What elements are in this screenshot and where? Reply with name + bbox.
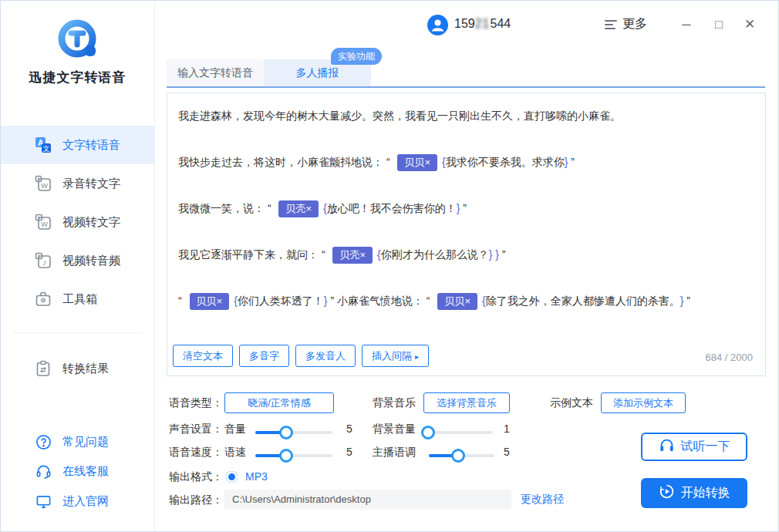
svg-text:♪: ♪: [42, 258, 47, 267]
toolbox-icon: [35, 291, 52, 308]
sidebar-divider: [13, 332, 142, 333]
paragraph: “ 贝贝×{你们人类坏透了！} ” 小麻雀气愤地说： “ 贝贝×{除了我之外，全…: [178, 291, 754, 310]
editor-paragraphs: 我走进森林，发现今年的树木大量减少。突然，我看见一只刚出生不久，直打哆嗦的小麻雀…: [167, 93, 765, 351]
volume-value: 5: [346, 423, 352, 435]
sidebar-item-label: 文字转语音: [62, 138, 120, 153]
sidebar-item-results[interactable]: 转换结果: [1, 349, 154, 388]
output-path-label: 输出路径：: [169, 493, 223, 507]
question-icon: [35, 433, 52, 450]
sidebar-item-label: 常见问题: [62, 435, 109, 450]
paragraph-text: 我见它逐渐平静下来，就问： “: [178, 248, 328, 261]
tone-slider[interactable]: [429, 449, 494, 463]
convert-button[interactable]: 开始转换: [641, 478, 747, 508]
insert-interval-button[interactable]: 插入间隔▸: [362, 345, 429, 367]
bg-volume-label: 背景音量: [373, 423, 416, 436]
tab-text-to-speech[interactable]: 输入文字转语音: [167, 59, 264, 86]
paragraph-text: 除了我之外，全家人都惨遭人们的杀害。: [486, 295, 680, 307]
bg-music-button[interactable]: 选择背景音乐: [423, 392, 510, 413]
maximize-button[interactable]: □: [709, 15, 729, 35]
voice-type-button[interactable]: 晓涵/正常情感: [224, 392, 334, 413]
voice-tag[interactable]: 贝壳×: [332, 247, 373, 264]
bg-music-label: 背景音乐: [373, 396, 416, 410]
voice-tag[interactable]: 贝贝×: [437, 293, 477, 310]
speed-slider[interactable]: [255, 449, 332, 463]
preview-button[interactable]: 试听一下: [641, 433, 747, 461]
caret-right-icon: ▸: [415, 352, 419, 361]
polyphone-button[interactable]: 多音字: [239, 345, 289, 367]
voice-type-label: 语音类型：: [169, 396, 223, 410]
account-phone-number[interactable]: 15921544: [454, 17, 511, 31]
paragraph-text: 你们人类坏透了！: [238, 295, 324, 307]
sidebar-item-label: 转换结果: [62, 362, 109, 376]
bg-volume-value: 1: [504, 423, 510, 435]
app-logo-icon: [1, 18, 154, 66]
volume-label: 音量: [224, 423, 246, 436]
paragraph-text: ”: [499, 248, 506, 261]
close-button[interactable]: ✕: [740, 15, 760, 35]
paragraph-text: ”: [460, 202, 467, 214]
video-to-audio-icon: ♪: [35, 252, 52, 269]
svg-text:W: W: [41, 220, 48, 228]
mp3-radio[interactable]: [226, 471, 238, 483]
experimental-feature-badge: 实验功能: [331, 48, 382, 65]
text-editor[interactable]: 我走进森林，发现今年的树木大量减少。突然，我看见一只刚出生不久，直打哆嗦的小麻雀…: [167, 93, 766, 376]
sidebar: 迅捷文字转语音 A文 文字转语音 W 录音转文字 W 视频转文字 ♪ 视频转音频: [1, 1, 155, 531]
app-window: 迅捷文字转语音 A文 文字转语音 W 录音转文字 W 视频转文字 ♪ 视频转音频: [0, 0, 779, 532]
mp3-option-label: MP3: [245, 470, 268, 483]
multi-speaker-button[interactable]: 多发音人: [295, 345, 356, 367]
tone-value: 5: [504, 446, 510, 458]
paragraph-text: 你刚才为什么那么说？: [381, 248, 489, 261]
sidebar-item-label: 录音转文字: [62, 177, 120, 191]
sidebar-item-faq[interactable]: 常见问题: [1, 427, 154, 456]
output-format-label: 输出格式：: [169, 470, 223, 484]
speed-value: 5: [346, 446, 352, 458]
speed-label: 语速: [224, 446, 246, 460]
volume-slider[interactable]: [255, 426, 332, 439]
sidebar-item-label: 工具箱: [62, 292, 97, 307]
more-menu-icon: [605, 18, 617, 32]
paragraph-text: 我微微一笑，说： “: [178, 202, 274, 214]
sidebar-item-label: 视频转文字: [62, 215, 120, 230]
output-path-field[interactable]: C:\Users\Administrator\desktop: [224, 490, 511, 510]
paragraph: 我走进森林，发现今年的树木大量减少。突然，我看见一只刚出生不久，直打哆嗦的小麻雀…: [178, 106, 754, 125]
sidebar-item-audio-to-text[interactable]: W 录音转文字: [1, 164, 154, 203]
sidebar-item-text-to-speech[interactable]: A文 文字转语音: [1, 126, 154, 164]
sidebar-item-online-service[interactable]: 在线客服: [1, 456, 154, 486]
paragraph-text: ”: [568, 156, 575, 168]
bg-volume-slider[interactable]: [423, 426, 493, 439]
paragraph-text: “: [178, 295, 185, 307]
paragraph-text: ”: [683, 295, 690, 307]
char-count: 684 / 2000: [706, 352, 753, 363]
brace-text: }: [492, 248, 499, 261]
sidebar-item-video-to-audio[interactable]: ♪ 视频转音频: [1, 241, 154, 280]
monitor-icon: [35, 493, 52, 510]
sidebar-item-label: 进入官网: [62, 494, 109, 509]
headphones-icon: [659, 438, 675, 456]
paragraph: 我快步走过去，将这时，小麻雀颤抖地说： “ 贝贝×{我求你不要杀我。求求你} ”: [178, 153, 754, 171]
audio-to-text-icon: W: [35, 175, 52, 192]
text-to-speech-icon: A文: [35, 136, 52, 153]
voice-tag[interactable]: 贝贝×: [397, 154, 437, 171]
main-panel: 15921544 更多 ─ □ ✕ 输入文字转语音 多人播报 实验功能 我走进森…: [155, 1, 779, 531]
paragraph-text: 我快步走过去，将这时，小麻雀颤抖地说： “: [178, 156, 393, 168]
sidebar-item-video-to-text[interactable]: W 视频转文字: [1, 203, 154, 241]
voice-tag[interactable]: 贝贝×: [190, 293, 230, 310]
svg-text:W: W: [41, 181, 48, 190]
user-avatar[interactable]: [427, 15, 448, 35]
sound-setting-label: 声音设置：: [169, 423, 223, 436]
change-path-link[interactable]: 更改路径: [521, 493, 564, 507]
minimize-button[interactable]: ─: [676, 15, 696, 35]
voice-tag[interactable]: 贝壳×: [278, 200, 319, 217]
sidebar-item-official-site[interactable]: 进入官网: [1, 487, 154, 516]
more-menu-button[interactable]: 更多: [605, 16, 647, 32]
clear-text-button[interactable]: 清空文本: [173, 345, 233, 367]
headset-icon: [35, 463, 52, 480]
sample-text-button[interactable]: 添加示例文本: [601, 392, 686, 413]
sidebar-item-toolbox[interactable]: 工具箱: [1, 280, 154, 318]
sidebar-item-label: 视频转音频: [62, 254, 120, 268]
paragraph-text: 我求你不要杀我。求求你: [446, 156, 565, 168]
tone-label: 主播语调: [373, 446, 416, 460]
speed-setting-label: 语音速度：: [169, 446, 223, 460]
paragraph: 我见它逐渐平静下来，就问： “ 贝壳×{你刚才为什么那么说？} } ”: [178, 245, 754, 264]
video-to-text-icon: W: [35, 214, 52, 231]
